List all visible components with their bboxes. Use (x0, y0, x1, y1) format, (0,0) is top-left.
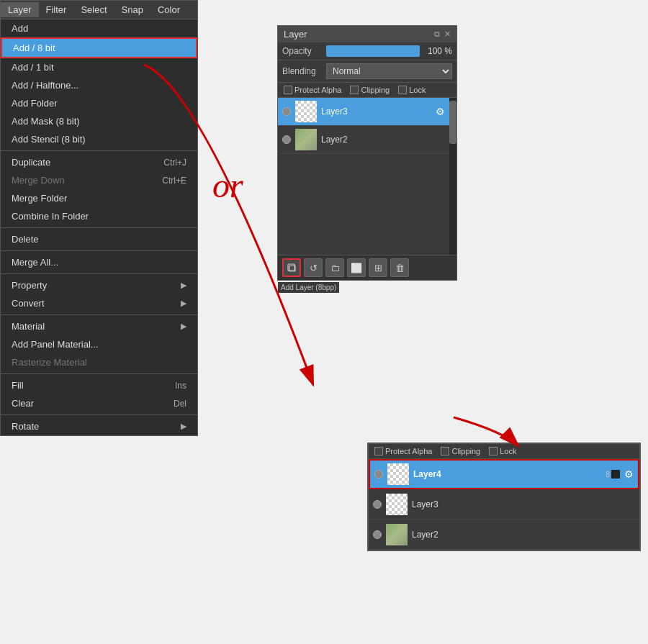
blending-label: Blending (282, 66, 322, 76)
layer-panel-bottom: Protect Alpha Clipping Lock Layer4 8 ⚙ (367, 443, 641, 551)
menu-item-add-panel-material---[interactable]: Add Panel Material... (1, 335, 197, 353)
menu-item-add-mask--8-bit-[interactable]: Add Mask (8 bit) (1, 112, 197, 130)
checkbox-row-top: Protect Alpha Clipping Lock (278, 83, 456, 98)
layer-name-layer2: Layer2 (321, 135, 445, 145)
menu-item-add[interactable]: Add (1, 19, 197, 37)
layer-visibility-layer3[interactable] (282, 107, 291, 116)
menu-item-arrow: ▶ (181, 299, 186, 308)
menu-bar: Layer Filter Select Snap Color (1, 1, 197, 19)
menu-item-shortcut: Del (174, 399, 186, 409)
menu-item-label: Delete (12, 234, 39, 245)
menu-item-convert[interactable]: Convert▶ (1, 294, 197, 312)
bottom-layer-visibility-layer4[interactable] (374, 470, 383, 479)
bottom-layers-list: Layer4 8 ⚙ Layer3 Layer2 (369, 459, 639, 550)
menu-item-delete[interactable]: Delete (1, 230, 197, 248)
layer-thumb-layer3 (295, 101, 317, 122)
menu-item-label: Merge All... (12, 257, 58, 268)
bottom-lock[interactable]: Lock (489, 447, 516, 455)
menu-item-label: Add / Halftone... (12, 80, 78, 91)
bottom-protect-alpha[interactable]: Protect Alpha (374, 447, 432, 455)
menu-item-label: Merge Down (12, 175, 65, 186)
bottom-layer-thumb-layer2 (386, 524, 408, 545)
layer-panel-title: Layer ⧉ ✕ (278, 26, 456, 42)
menu-item-add---1-bit[interactable]: Add / 1 bit (1, 58, 197, 76)
bottom-layer-thumb-layer4 (387, 463, 409, 485)
menu-item-label: Merge Folder (12, 193, 67, 204)
rotate-layer-btn[interactable]: ↺ (304, 258, 323, 277)
menu-item-add-stencil--8-bit-[interactable]: Add Stencil (8 bit) (1, 130, 197, 148)
layer-visibility-layer2[interactable] (282, 135, 291, 144)
context-menu: Layer Filter Select Snap Color AddAdd / … (0, 0, 198, 436)
menu-item-merge-down: Merge DownCtrl+E (1, 171, 197, 189)
mask-btn[interactable]: ⬜ (347, 258, 366, 277)
layer-item-layer2[interactable]: Layer2 (278, 126, 449, 154)
menu-item-label: Add Panel Material... (12, 339, 99, 350)
menu-item-merge-all---[interactable]: Merge All... (1, 253, 197, 271)
menu-bar-layer[interactable]: Layer (1, 2, 39, 17)
menu-separator-16 (1, 273, 197, 274)
layer-panel-title-icons: ⧉ ✕ (434, 30, 451, 39)
layer-panel-undock-icon[interactable]: ⧉ (434, 30, 440, 39)
bottom-layer-gear-layer4[interactable]: ⚙ (624, 468, 634, 480)
layer-item-layer3[interactable]: Layer3 ⚙ (278, 98, 449, 126)
bottom-layer-item-layer2[interactable]: Layer2 (369, 520, 639, 550)
bottom-layer-item-layer3[interactable]: Layer3 (369, 489, 639, 520)
menu-item-material[interactable]: Material▶ (1, 317, 197, 335)
blending-select[interactable]: Normal (326, 63, 452, 79)
menu-item-rotate[interactable]: Rotate▶ (1, 417, 197, 435)
opacity-label: Opacity (282, 46, 322, 56)
menu-separator-14 (1, 250, 197, 251)
layer-panel-title-text: Layer (284, 29, 307, 40)
menu-item-label: Fill (12, 380, 24, 391)
menu-item-arrow: ▶ (181, 281, 186, 290)
menu-bar-filter[interactable]: Filter (39, 2, 74, 17)
menu-item-combine-in-folder[interactable]: Combine In Folder (1, 207, 197, 225)
clipping-checkbox[interactable]: Clipping (350, 86, 390, 94)
clipping-label: Clipping (361, 86, 390, 94)
bottom-protect-alpha-label: Protect Alpha (385, 447, 432, 455)
menu-bar-snap[interactable]: Snap (114, 2, 150, 17)
bottom-layer-visibility-layer3[interactable] (373, 500, 382, 509)
bottom-layer-visibility-layer2[interactable] (373, 530, 382, 539)
layer-panel-toolbar: ↺ 🗀 ⬜ ⊞ 🗑 Add Layer (8bpp) (278, 255, 456, 280)
menu-separator-19 (1, 314, 197, 315)
layer-gear-layer3[interactable]: ⚙ (436, 106, 445, 117)
protect-alpha-checkbox[interactable]: Protect Alpha (284, 86, 341, 94)
menu-item-label: Add / 1 bit (12, 62, 54, 73)
layer-scrollbar[interactable] (449, 98, 456, 255)
lock-checkbox[interactable]: Lock (398, 86, 426, 94)
menu-item-clear[interactable]: ClearDel (1, 394, 197, 412)
menu-item-arrow: ▶ (181, 422, 186, 431)
menu-bar-select[interactable]: Select (73, 2, 114, 17)
folder-btn[interactable]: 🗀 (325, 258, 344, 277)
add-layer-btn[interactable] (282, 258, 301, 277)
combine-btn[interactable]: ⊞ (369, 258, 387, 277)
menu-item-merge-folder[interactable]: Merge Folder (1, 189, 197, 207)
bottom-lock-label: Lock (500, 447, 516, 455)
menu-item-add-folder[interactable]: Add Folder (1, 94, 197, 112)
bottom-clipping[interactable]: Clipping (441, 447, 480, 455)
bottom-layer-item-layer4[interactable]: Layer4 8 ⚙ (369, 459, 639, 489)
lock-label: Lock (409, 86, 426, 94)
delete-layer-btn[interactable]: 🗑 (390, 258, 409, 277)
menu-item-label: Add Folder (12, 98, 58, 109)
menu-item-duplicate[interactable]: DuplicateCtrl+J (1, 153, 197, 171)
opacity-slider[interactable] (326, 45, 420, 57)
layer-thumb-layer2 (295, 129, 317, 150)
menu-item-label: Rasterize Material (12, 357, 87, 368)
blending-row: Blending Normal (278, 60, 456, 83)
menu-item-add---halftone---[interactable]: Add / Halftone... (1, 76, 197, 94)
bottom-clipping-label: Clipping (451, 447, 480, 455)
layer-panel-close-icon[interactable]: ✕ (444, 30, 451, 39)
menu-item-label: Material (12, 321, 45, 332)
menu-separator-12 (1, 227, 197, 228)
menu-item-label: Clear (12, 398, 34, 409)
scrollbar-thumb[interactable] (449, 101, 456, 144)
menu-items-list: AddAdd / 8 bitAdd / 1 bitAdd / Halftone.… (1, 19, 197, 435)
menu-item-fill[interactable]: FillIns (1, 376, 197, 394)
menu-separator-7 (1, 150, 197, 151)
menu-bar-color[interactable]: Color (150, 2, 187, 17)
menu-item-label: Combine In Folder (12, 211, 89, 222)
menu-item-property[interactable]: Property▶ (1, 276, 197, 294)
menu-item-add---8-bit[interactable]: Add / 8 bit (1, 37, 197, 58)
